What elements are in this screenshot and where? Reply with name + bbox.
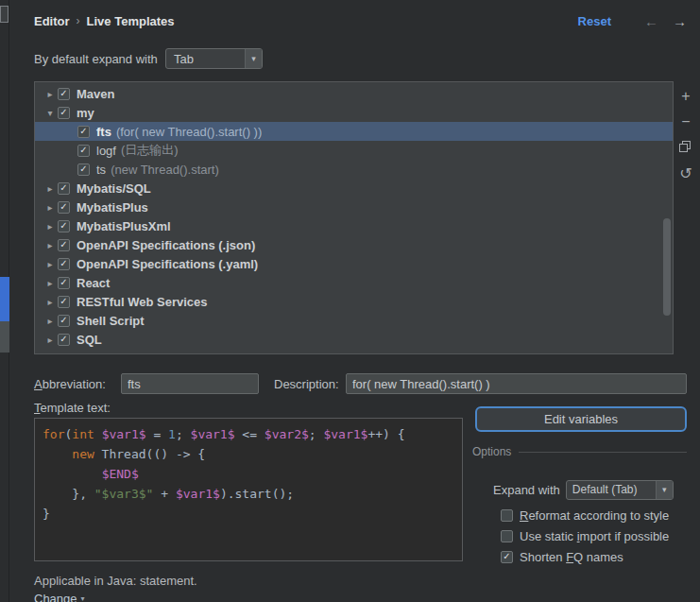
template-description: (new Thread().start) xyxy=(111,163,219,177)
duplicate-icon[interactable] xyxy=(676,138,695,157)
reset-button[interactable]: Reset xyxy=(578,14,611,28)
duplicate-front-square xyxy=(679,144,688,152)
tree-group-react[interactable]: ▸✓React xyxy=(35,273,673,292)
chevron-right-icon[interactable]: ▸ xyxy=(43,240,58,250)
tree-template-ts[interactable]: ✓ts(new Thread().start) xyxy=(35,160,673,179)
group-checkbox[interactable]: ✓ xyxy=(58,220,70,232)
option-checkbox[interactable]: ✓ xyxy=(501,551,513,563)
tree-group-mybatisplus[interactable]: ▸✓MybatisPlus xyxy=(35,198,673,216)
chevron-down-icon[interactable]: ▾ xyxy=(245,49,262,68)
options-section: Options Expand with Default (Tab) ▾ Refo… xyxy=(472,444,687,567)
forward-arrow-icon[interactable]: → xyxy=(673,13,687,29)
add-icon[interactable]: + xyxy=(676,87,695,106)
tree-group-mybatis-sql[interactable]: ▸✓Mybatis/SQL xyxy=(35,179,673,198)
tree-template-logf[interactable]: ✓logf(日志输出) xyxy=(35,141,673,160)
breadcrumb-separator-icon: › xyxy=(77,14,80,27)
template-checkbox[interactable]: ✓ xyxy=(77,163,90,176)
group-checkbox[interactable]: ✓ xyxy=(58,182,70,195)
tree-group-maven[interactable]: ▸✓Maven xyxy=(35,84,673,103)
group-checkbox[interactable]: ✓ xyxy=(58,201,70,214)
code-line: $END$ xyxy=(43,464,454,484)
template-checkbox[interactable]: ✓ xyxy=(77,126,90,138)
change-label: Change xyxy=(34,592,77,602)
group-label: Mybatis/SQL xyxy=(77,181,151,196)
description-label: Description: xyxy=(274,377,340,391)
option-reformat-according-to-style[interactable]: Reformat according to style xyxy=(501,505,687,525)
template-abbreviation: logf xyxy=(96,144,116,158)
left-strip-box xyxy=(0,6,9,23)
revert-icon[interactable]: ↺ xyxy=(676,163,695,182)
expand-with-select[interactable]: Default (Tab) ▾ xyxy=(566,480,674,500)
chevron-down-icon[interactable]: ▾ xyxy=(43,108,58,118)
tree-group-mybatisplusxml[interactable]: ▸✓MybatisPlusXml xyxy=(35,216,673,235)
edit-variables-button[interactable]: Edit variables xyxy=(475,406,687,432)
group-checkbox[interactable]: ✓ xyxy=(58,258,70,270)
option-label: Shorten FQ names xyxy=(520,550,623,564)
tree-group-shell-script[interactable]: ▸✓Shell Script xyxy=(35,311,673,330)
tree-group-sql[interactable]: ▸✓SQL xyxy=(35,330,673,349)
template-description: (for( new Thread().start() )) xyxy=(116,125,262,139)
group-label: OpenAPI Specifications (.yaml) xyxy=(77,257,258,271)
group-checkbox[interactable]: ✓ xyxy=(58,107,70,119)
chevron-right-icon[interactable]: ▸ xyxy=(43,202,58,213)
live-templates-settings-page: Editor › Live Templates Reset ← → By def… xyxy=(0,0,700,602)
chevron-right-icon[interactable]: ▸ xyxy=(43,259,58,269)
group-label: Shell Script xyxy=(77,314,145,328)
tree-toolbar: + − ↺ xyxy=(675,87,696,182)
left-strip-segment xyxy=(0,321,9,353)
options-title: Options xyxy=(472,445,511,458)
code-line: new Thread(() -> { xyxy=(43,444,454,464)
option-checkbox[interactable] xyxy=(501,530,513,542)
chevron-right-icon[interactable]: ▸ xyxy=(43,89,58,99)
chevron-right-icon[interactable]: ▸ xyxy=(43,335,58,345)
chevron-right-icon[interactable]: ▸ xyxy=(43,316,58,326)
chevron-right-icon[interactable]: ▸ xyxy=(43,297,58,307)
option-use-static-import-if-possible[interactable]: Use static import if possible xyxy=(501,525,687,546)
default-expand-select[interactable]: Tab ▾ xyxy=(165,48,263,69)
default-expand-label: By default expand with xyxy=(34,52,165,66)
scrollbar-thumb[interactable] xyxy=(663,218,671,316)
abbreviation-input[interactable] xyxy=(121,373,259,394)
chevron-right-icon[interactable]: ▸ xyxy=(43,183,58,194)
expand-with-row: Expand with Default (Tab) ▾ xyxy=(493,479,687,500)
options-title-row: Options xyxy=(472,444,687,459)
applicable-context-text: Applicable in Java: statement. xyxy=(34,574,197,588)
group-label: MybatisPlusXml xyxy=(77,219,171,233)
tree-group-openapi-specifications-yaml[interactable]: ▸✓OpenAPI Specifications (.yaml) xyxy=(35,254,673,273)
back-arrow-icon[interactable]: ← xyxy=(644,13,658,29)
group-checkbox[interactable]: ✓ xyxy=(58,88,70,100)
chevron-down-icon: ▾ xyxy=(81,594,85,602)
template-checkbox[interactable]: ✓ xyxy=(77,145,90,157)
group-label: React xyxy=(77,276,110,290)
chevron-right-icon[interactable]: ▸ xyxy=(43,278,58,288)
tree-group-restful-web-services[interactable]: ▸✓RESTful Web Services xyxy=(35,292,673,311)
code-line: }, "$var3$" + $var1$).start(); xyxy=(43,484,454,504)
option-checkbox[interactable] xyxy=(501,509,513,522)
group-label: SQL xyxy=(77,333,102,347)
group-checkbox[interactable]: ✓ xyxy=(58,239,70,251)
chevron-right-icon[interactable]: ▸ xyxy=(43,221,58,232)
fields-row: Abbreviation: Description: xyxy=(34,373,687,394)
template-description: (日志输出) xyxy=(121,142,179,159)
template-text-label: Template text: xyxy=(34,401,111,415)
group-checkbox[interactable]: ✓ xyxy=(58,277,70,289)
breadcrumb-live-templates: Live Templates xyxy=(87,14,175,28)
breadcrumb-editor[interactable]: Editor xyxy=(34,14,70,28)
tree-template-fts[interactable]: ✓fts(for( new Thread().start() )) xyxy=(35,122,673,141)
template-tree[interactable]: ▸✓Maven▾✓my✓fts(for( new Thread().start(… xyxy=(34,81,674,354)
option-shorten-fq-names[interactable]: ✓Shorten FQ names xyxy=(501,546,687,567)
template-code-editor[interactable]: for(int $var1$ = 1; $var1$ <= $var2$; $v… xyxy=(34,418,463,561)
group-label: Maven xyxy=(77,87,114,101)
group-checkbox[interactable]: ✓ xyxy=(58,334,70,346)
change-context-button[interactable]: Change ▾ xyxy=(34,592,85,602)
group-checkbox[interactable]: ✓ xyxy=(58,296,70,308)
option-label: Use static import if possible xyxy=(520,529,669,543)
description-input[interactable] xyxy=(346,373,687,394)
chevron-down-icon[interactable]: ▾ xyxy=(656,481,673,499)
left-nav-selection-strip[interactable] xyxy=(0,277,9,321)
tree-group-openapi-specifications-json[interactable]: ▸✓OpenAPI Specifications (.json) xyxy=(35,235,673,254)
group-checkbox[interactable]: ✓ xyxy=(58,315,70,327)
code-line: for(int $var1$ = 1; $var1$ <= $var2$; $v… xyxy=(43,424,454,444)
tree-group-my[interactable]: ▾✓my xyxy=(35,103,673,122)
remove-icon[interactable]: − xyxy=(676,112,695,131)
